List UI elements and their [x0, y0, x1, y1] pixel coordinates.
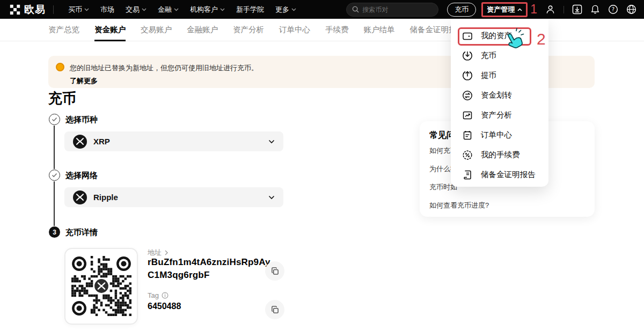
bell-icon[interactable]: [590, 4, 600, 14]
subnav-funding-account[interactable]: 资金账户: [94, 19, 126, 41]
chevron-down-icon: [84, 8, 89, 11]
step1-check-icon: [49, 114, 60, 125]
subnav-account-statement[interactable]: 账户结单: [364, 19, 395, 41]
analysis-icon: [462, 110, 473, 121]
copy-icon: [271, 306, 279, 314]
search-box[interactable]: [346, 3, 438, 17]
globe-icon[interactable]: [626, 4, 636, 14]
deposit-qr-code: [64, 248, 138, 325]
header-divider: [53, 5, 54, 14]
coin-select[interactable]: XRP: [64, 131, 283, 151]
network-select-value: Ripple: [93, 193, 118, 202]
step-connector: [54, 181, 55, 226]
notice-icon: [56, 63, 64, 71]
subnav-trading-account[interactable]: 交易账户: [141, 19, 172, 41]
notice-message: 您的旧地址已替换为新地址，但您仍可使用旧地址进行充币。: [70, 63, 258, 73]
okx-deposit-page: 欧易 买币 市场 交易 金融 机构客户 新手学院 更多 充币 资产管理 1: [0, 0, 644, 330]
chevron-down-icon: [220, 8, 225, 11]
tag-label: Tag: [148, 291, 169, 299]
chevron-down-icon: [268, 140, 275, 144]
fees-icon: [462, 150, 473, 160]
chevron-right-icon: [165, 250, 168, 255]
chevron-down-icon: [174, 8, 179, 11]
subnav-order-center[interactable]: 订单中心: [279, 19, 310, 41]
qr-code-image: [71, 256, 131, 316]
chevron-down-icon: [142, 8, 147, 11]
assets-management-button[interactable]: 资产管理: [481, 2, 528, 17]
wallet-icon: [462, 31, 473, 41]
step2-check-icon: [49, 170, 60, 181]
header-deposit-button[interactable]: 充币: [447, 3, 476, 17]
tag-value: 6450488: [148, 302, 181, 311]
deposit-address-line1: rBuZfn1m4tA6znziHsRp9Ay: [148, 257, 270, 268]
step3-label: 充币详情: [65, 228, 98, 238]
learn-more-link[interactable]: 了解更多: [70, 76, 98, 86]
chevron-down-icon: [268, 195, 275, 200]
header-divider: [564, 6, 564, 13]
search-input[interactable]: [362, 6, 432, 13]
menu-item-deposit[interactable]: 充币: [451, 46, 548, 65]
copy-tag-button[interactable]: [265, 300, 284, 319]
menu-item-asset-analysis[interactable]: 资产分析: [451, 105, 548, 125]
nav-finance[interactable]: 金融: [158, 5, 179, 14]
nav-buy-crypto[interactable]: 买币: [68, 5, 89, 14]
ripple-network-icon: [73, 190, 87, 204]
user-icon[interactable]: [545, 4, 555, 14]
okx-logo-icon[interactable]: [10, 4, 20, 15]
menu-item-withdraw[interactable]: 提币: [451, 65, 548, 85]
subnav-finance-account[interactable]: 金融账户: [187, 19, 218, 41]
orders-icon: [462, 130, 473, 141]
withdraw-icon: [462, 70, 473, 81]
deposit-icon: [462, 50, 473, 61]
copy-icon: [271, 267, 279, 275]
nav-more[interactable]: 更多: [275, 5, 296, 14]
xrp-coin-icon: [73, 135, 87, 149]
annotation-step-2: 2: [537, 30, 546, 48]
search-icon: [352, 6, 359, 13]
brand-name[interactable]: 欧易: [24, 3, 46, 17]
copy-address-button[interactable]: [265, 261, 284, 281]
chevron-down-icon: [291, 8, 296, 11]
nav-academy[interactable]: 新手学院: [236, 5, 264, 14]
page-title: 充币: [48, 89, 76, 108]
top-nav: 买币 市场 交易 金融 机构客户 新手学院 更多: [57, 5, 296, 14]
step3-number-badge: 3: [49, 226, 60, 238]
assets-dropdown-menu: 我的资产 充币 提币 资金划转 资产分析 订单中心 我的手续费 储备金证明报告: [451, 19, 548, 187]
faq-item[interactable]: 如何查看充币进度?: [429, 201, 489, 210]
subnav-fees[interactable]: 手续费: [325, 19, 349, 41]
subnav-asset-overview[interactable]: 资产总览: [48, 19, 79, 41]
coin-select-value: XRP: [93, 137, 110, 146]
help-icon[interactable]: ?: [608, 4, 618, 14]
svg-text:?: ?: [612, 6, 614, 12]
address-label[interactable]: 地址: [148, 248, 168, 258]
report-icon: [462, 170, 473, 180]
menu-item-order-center[interactable]: 订单中心: [451, 125, 548, 145]
annotation-step-1: 1: [530, 3, 537, 16]
nav-markets[interactable]: 市场: [100, 5, 114, 14]
step1-label: 选择币种: [65, 115, 98, 125]
deposit-address-line2: C1M3qg6rgbF: [148, 270, 210, 281]
menu-item-my-fees[interactable]: 我的手续费: [451, 145, 548, 165]
menu-item-transfer[interactable]: 资金划转: [451, 85, 548, 105]
subnav-asset-analysis[interactable]: 资产分析: [233, 19, 264, 41]
network-select[interactable]: Ripple: [64, 187, 283, 207]
nav-trade[interactable]: 交易: [126, 5, 147, 14]
menu-item-proof-of-reserves[interactable]: 储备金证明报告: [451, 165, 548, 185]
nav-institutional[interactable]: 机构客户: [190, 5, 225, 14]
transfer-icon: [462, 90, 473, 101]
menu-item-my-assets[interactable]: 我的资产: [451, 26, 548, 46]
step2-label: 选择网络: [65, 171, 98, 181]
chevron-up-icon: [517, 8, 522, 11]
info-icon[interactable]: [162, 292, 169, 299]
top-header: 欧易 买币 市场 交易 金融 机构客户 新手学院 更多 充币 资产管理 1: [0, 0, 644, 19]
step-connector: [54, 126, 55, 169]
download-app-icon[interactable]: [572, 4, 582, 14]
